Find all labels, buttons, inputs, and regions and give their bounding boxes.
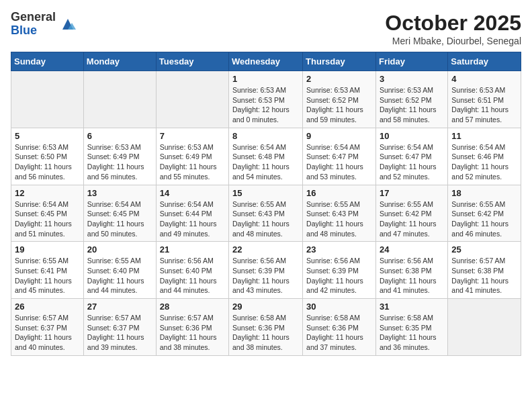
calendar-day-3: 3Sunrise: 6:53 AMSunset: 6:52 PMDaylight… [375,71,447,128]
day-number: 14 [160,188,225,198]
day-info: Sunrise: 6:53 AMSunset: 6:51 PMDaylight:… [451,85,517,125]
day-info: Sunrise: 6:57 AMSunset: 6:37 PMDaylight:… [87,313,152,353]
month-title: October 2025 [385,11,521,36]
day-number: 11 [451,131,517,141]
day-number: 5 [15,131,80,141]
day-number: 28 [160,302,225,312]
calendar-day-6: 6Sunrise: 6:53 AMSunset: 6:49 PMDaylight… [83,128,156,185]
calendar-day-5: 5Sunrise: 6:53 AMSunset: 6:50 PMDaylight… [11,128,84,185]
day-number: 21 [160,244,225,255]
calendar-day-1: 1Sunrise: 6:53 AMSunset: 6:53 PMDaylight… [229,71,303,128]
logo-icon [58,15,77,34]
day-number: 20 [87,244,152,255]
day-info: Sunrise: 6:54 AMSunset: 6:48 PMDaylight:… [232,142,299,182]
day-info: Sunrise: 6:53 AMSunset: 6:52 PMDaylight:… [380,85,444,125]
day-number: 26 [15,302,80,312]
day-number: 29 [232,302,299,312]
calendar-day-21: 21Sunrise: 6:56 AMSunset: 6:40 PMDayligh… [156,242,228,299]
day-number: 8 [232,131,299,141]
day-info: Sunrise: 6:54 AMSunset: 6:47 PMDaylight:… [380,142,444,182]
location-subtitle: Meri Mbake, Diourbel, Senegal [385,36,521,46]
calendar-day-18: 18Sunrise: 6:55 AMSunset: 6:42 PMDayligh… [448,185,521,242]
day-number: 30 [306,302,372,312]
day-number: 13 [87,188,152,198]
calendar-day-22: 22Sunrise: 6:56 AMSunset: 6:39 PMDayligh… [229,242,303,299]
calendar-week-1: 1Sunrise: 6:53 AMSunset: 6:53 PMDaylight… [11,71,521,128]
day-info: Sunrise: 6:57 AMSunset: 6:38 PMDaylight:… [451,256,517,295]
day-number: 22 [232,244,299,255]
empty-cell [83,71,156,128]
empty-cell [156,71,228,128]
calendar-day-2: 2Sunrise: 6:53 AMSunset: 6:52 PMDaylight… [303,71,376,128]
day-number: 31 [380,302,444,312]
day-number: 12 [15,188,80,198]
day-info: Sunrise: 6:58 AMSunset: 6:36 PMDaylight:… [232,313,299,353]
calendar-day-24: 24Sunrise: 6:56 AMSunset: 6:38 PMDayligh… [375,242,447,299]
page-header: General Blue October 2025 Meri Mbake, Di… [11,11,521,46]
calendar-day-19: 19Sunrise: 6:55 AMSunset: 6:41 PMDayligh… [11,242,84,299]
calendar-week-5: 26Sunrise: 6:57 AMSunset: 6:37 PMDayligh… [11,299,521,356]
day-number: 10 [380,131,444,141]
calendar-day-11: 11Sunrise: 6:54 AMSunset: 6:46 PMDayligh… [448,128,521,185]
calendar-day-23: 23Sunrise: 6:56 AMSunset: 6:39 PMDayligh… [303,242,376,299]
day-info: Sunrise: 6:53 AMSunset: 6:49 PMDaylight:… [87,142,152,182]
day-info: Sunrise: 6:54 AMSunset: 6:45 PMDaylight:… [87,199,152,239]
calendar-day-7: 7Sunrise: 6:53 AMSunset: 6:49 PMDaylight… [156,128,228,185]
logo-general-text: General [11,11,56,24]
day-number: 24 [380,244,444,255]
calendar-day-12: 12Sunrise: 6:54 AMSunset: 6:45 PMDayligh… [11,185,84,242]
calendar-day-29: 29Sunrise: 6:58 AMSunset: 6:36 PMDayligh… [229,299,303,356]
day-info: Sunrise: 6:53 AMSunset: 6:53 PMDaylight:… [232,85,299,125]
logo: General Blue [11,11,77,38]
day-info: Sunrise: 6:53 AMSunset: 6:50 PMDaylight:… [15,142,80,182]
day-info: Sunrise: 6:54 AMSunset: 6:47 PMDaylight:… [306,142,372,182]
calendar-table: SundayMondayTuesdayWednesdayThursdayFrid… [11,52,521,356]
calendar-week-4: 19Sunrise: 6:55 AMSunset: 6:41 PMDayligh… [11,242,521,299]
day-number: 23 [306,244,372,255]
day-info: Sunrise: 6:56 AMSunset: 6:40 PMDaylight:… [160,256,225,295]
title-area: October 2025 Meri Mbake, Diourbel, Seneg… [385,11,521,46]
day-number: 16 [306,188,372,198]
calendar-day-10: 10Sunrise: 6:54 AMSunset: 6:47 PMDayligh… [375,128,447,185]
day-info: Sunrise: 6:55 AMSunset: 6:43 PMDaylight:… [306,199,372,239]
calendar-header-tuesday: Tuesday [156,52,228,71]
day-number: 3 [380,74,444,84]
day-info: Sunrise: 6:56 AMSunset: 6:39 PMDaylight:… [232,256,299,295]
day-number: 7 [160,131,225,141]
day-info: Sunrise: 6:54 AMSunset: 6:45 PMDaylight:… [15,199,80,239]
calendar-day-13: 13Sunrise: 6:54 AMSunset: 6:45 PMDayligh… [83,185,156,242]
calendar-day-31: 31Sunrise: 6:58 AMSunset: 6:35 PMDayligh… [375,299,447,356]
calendar-day-27: 27Sunrise: 6:57 AMSunset: 6:37 PMDayligh… [83,299,156,356]
calendar-header-wednesday: Wednesday [229,52,303,71]
day-info: Sunrise: 6:53 AMSunset: 6:52 PMDaylight:… [306,85,372,125]
calendar-day-15: 15Sunrise: 6:55 AMSunset: 6:43 PMDayligh… [229,185,303,242]
calendar-day-4: 4Sunrise: 6:53 AMSunset: 6:51 PMDaylight… [448,71,521,128]
calendar-day-30: 30Sunrise: 6:58 AMSunset: 6:36 PMDayligh… [303,299,376,356]
calendar-day-25: 25Sunrise: 6:57 AMSunset: 6:38 PMDayligh… [448,242,521,299]
day-number: 15 [232,188,299,198]
day-info: Sunrise: 6:57 AMSunset: 6:36 PMDaylight:… [160,313,225,353]
day-number: 18 [451,188,517,198]
day-info: Sunrise: 6:55 AMSunset: 6:40 PMDaylight:… [87,256,152,295]
day-info: Sunrise: 6:55 AMSunset: 6:42 PMDaylight:… [451,199,517,239]
day-info: Sunrise: 6:55 AMSunset: 6:43 PMDaylight:… [232,199,299,239]
day-number: 4 [451,74,517,84]
calendar-header-sunday: Sunday [11,52,84,71]
calendar-week-2: 5Sunrise: 6:53 AMSunset: 6:50 PMDaylight… [11,128,521,185]
day-number: 6 [87,131,152,141]
day-info: Sunrise: 6:56 AMSunset: 6:38 PMDaylight:… [380,256,444,295]
calendar-week-3: 12Sunrise: 6:54 AMSunset: 6:45 PMDayligh… [11,185,521,242]
empty-cell [11,71,84,128]
calendar-header-saturday: Saturday [448,52,521,71]
empty-cell [448,299,521,356]
day-number: 1 [232,74,299,84]
calendar-day-14: 14Sunrise: 6:54 AMSunset: 6:44 PMDayligh… [156,185,228,242]
calendar-header-friday: Friday [375,52,447,71]
day-info: Sunrise: 6:58 AMSunset: 6:35 PMDaylight:… [380,313,444,353]
day-number: 2 [306,74,372,84]
calendar-day-20: 20Sunrise: 6:55 AMSunset: 6:40 PMDayligh… [83,242,156,299]
calendar-day-28: 28Sunrise: 6:57 AMSunset: 6:36 PMDayligh… [156,299,228,356]
calendar-day-17: 17Sunrise: 6:55 AMSunset: 6:42 PMDayligh… [375,185,447,242]
logo-blue-text: Blue [11,24,56,38]
calendar-day-16: 16Sunrise: 6:55 AMSunset: 6:43 PMDayligh… [303,185,376,242]
